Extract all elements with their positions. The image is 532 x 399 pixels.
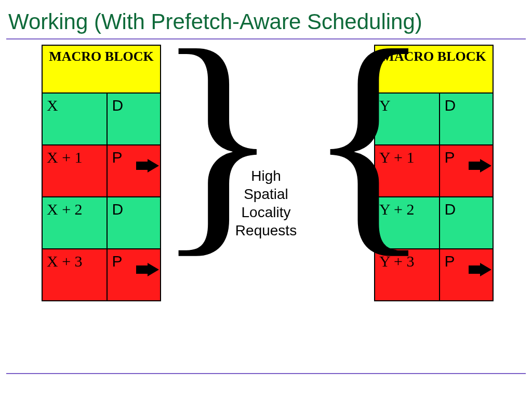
divider-bottom [6, 373, 526, 374]
diagram-stage: MACRO BLOCK X D X + 1 P X + 2 D X + 3 P … [0, 39, 532, 393]
arrow-right-icon [469, 159, 494, 172]
table-row: X + 2 D [42, 197, 161, 249]
addr-cell: X [42, 93, 107, 145]
addr-cell: X + 1 [42, 145, 107, 197]
center-line: Requests [235, 222, 297, 238]
type-cell: D [440, 93, 493, 145]
type-cell: D [107, 93, 161, 145]
center-line: Locality [242, 204, 291, 220]
arrow-right-icon [469, 263, 494, 276]
left-header: MACRO BLOCK [42, 45, 161, 93]
center-label: High Spatial Locality Requests [224, 167, 308, 240]
brace-right-icon: { [307, 13, 432, 264]
type-cell: D [440, 197, 493, 249]
center-line: High [251, 168, 281, 184]
addr-cell: X + 2 [42, 197, 107, 249]
table-row: X D [42, 93, 161, 145]
type-cell: D [107, 197, 161, 249]
addr-cell: X + 3 [42, 249, 107, 301]
center-line: Spatial [244, 186, 288, 202]
